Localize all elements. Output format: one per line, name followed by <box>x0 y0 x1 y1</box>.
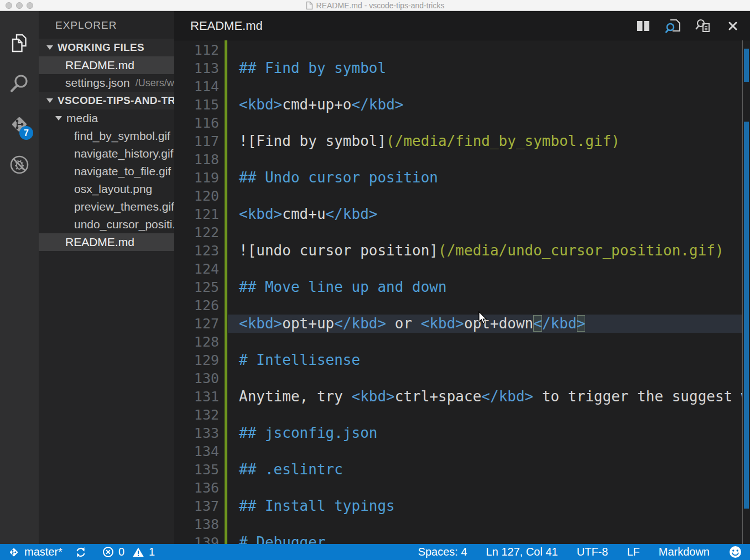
traffic-lights[interactable] <box>6 2 33 9</box>
line-number[interactable]: 124 <box>174 260 219 278</box>
close-window-icon[interactable] <box>6 2 12 9</box>
tree-file-item[interactable]: osx_layout.png <box>39 180 174 198</box>
code-token: <kbd> <box>421 315 464 332</box>
split-editor-button[interactable] <box>634 18 653 34</box>
tree-file-item[interactable]: navigate_to_file.gif <box>39 163 174 180</box>
code-line[interactable]: 123![undo cursor position](/media/undo_c… <box>174 242 742 260</box>
warning-count[interactable]: 1 <box>132 546 155 558</box>
line-number[interactable]: 115 <box>174 96 219 114</box>
code-text: <kbd>opt+up</kbd> or <kbd>opt+down</kbd> <box>239 315 585 333</box>
code-line[interactable]: 125## Move line up and down <box>174 278 742 296</box>
line-number[interactable]: 133 <box>174 424 219 442</box>
code-line[interactable]: 136 <box>174 479 742 497</box>
line-number[interactable]: 125 <box>174 278 219 296</box>
feedback-smiley-button[interactable] <box>728 545 742 559</box>
line-number[interactable]: 135 <box>174 460 219 479</box>
line-number[interactable]: 136 <box>174 479 219 497</box>
error-count[interactable]: 0 <box>102 546 124 558</box>
language-mode-status[interactable]: Markdown <box>659 546 710 558</box>
activitybar-debug[interactable] <box>0 144 39 185</box>
line-number[interactable]: 132 <box>174 406 219 424</box>
line-number[interactable]: 123 <box>174 242 219 260</box>
indentation-status[interactable]: Spaces: 4 <box>418 546 467 558</box>
activitybar-explorer[interactable] <box>0 23 39 64</box>
code-text: ## .eslintrc <box>239 460 343 479</box>
code-line[interactable]: 133## jsconfig.json <box>174 424 742 442</box>
git-branch-status[interactable]: master* <box>8 546 62 558</box>
code-line[interactable]: 115<kbd>cmd+up+o</kbd> <box>174 96 742 114</box>
line-number[interactable]: 120 <box>174 187 219 205</box>
code-line[interactable]: 120 <box>174 187 742 205</box>
line-number[interactable]: 129 <box>174 351 219 369</box>
line-number[interactable]: 118 <box>174 150 219 169</box>
line-number[interactable]: 128 <box>174 333 219 351</box>
activitybar-git[interactable]: 7 <box>0 104 39 144</box>
code-line[interactable]: 113## Find by symbol <box>174 59 742 77</box>
activitybar-search[interactable] <box>0 64 39 104</box>
line-number[interactable]: 122 <box>174 223 219 242</box>
editor-body[interactable]: 112113## Find by symbol114115<kbd>cmd+up… <box>174 40 750 544</box>
tree-folder-item[interactable]: media <box>39 109 174 127</box>
eol-status[interactable]: LF <box>627 546 639 558</box>
line-number[interactable]: 139 <box>174 533 219 544</box>
tab-title[interactable]: README.md <box>190 11 263 40</box>
code-line[interactable]: 135## .eslintrc <box>174 460 742 479</box>
zoom-window-icon[interactable] <box>27 2 33 9</box>
code-line[interactable]: 129# Intellisense <box>174 351 742 369</box>
code-line[interactable]: 128 <box>174 333 742 351</box>
line-number[interactable]: 113 <box>174 59 219 77</box>
line-number[interactable]: 117 <box>174 132 219 150</box>
line-number[interactable]: 126 <box>174 296 219 315</box>
sync-button[interactable] <box>75 546 87 558</box>
code-line[interactable]: 119## Undo cursor position <box>174 169 742 187</box>
code-line[interactable]: 117![Find by symbol](/media/find_by_symb… <box>174 132 742 150</box>
code-line[interactable]: 131Anytime, try <kbd>ctrl+space</kbd> to… <box>174 388 742 406</box>
line-number[interactable]: 134 <box>174 442 219 460</box>
minimize-window-icon[interactable] <box>16 2 23 9</box>
open-preview-button[interactable] <box>664 18 683 34</box>
code-line[interactable]: 112 <box>174 41 742 59</box>
smiley-icon <box>728 545 742 559</box>
code-token: <kbd> <box>239 315 282 332</box>
tree-file-item[interactable]: navigate_history.gif <box>39 145 174 163</box>
encoding-status[interactable]: UTF-8 <box>577 546 608 558</box>
code-line[interactable]: 127<kbd>opt+up</kbd> or <kbd>opt+down</k… <box>174 315 742 333</box>
line-number[interactable]: 138 <box>174 515 219 533</box>
code-token: ctrl+space <box>395 388 482 405</box>
code-line[interactable]: 116 <box>174 114 742 132</box>
code-line[interactable]: 139# Debugger <box>174 533 742 544</box>
tree-file-item[interactable]: find_by_symbol.gif <box>39 127 174 145</box>
working-file-item[interactable]: README.md <box>39 56 174 74</box>
cursor-position-status[interactable]: Ln 127, Col 41 <box>486 546 558 558</box>
code-line[interactable]: 132 <box>174 406 742 424</box>
line-number[interactable]: 131 <box>174 388 219 406</box>
close-editor-button[interactable] <box>723 18 742 34</box>
tree-file-item[interactable]: preview_themes.gif <box>39 198 174 216</box>
code-line[interactable]: 114 <box>174 77 742 96</box>
open-preview-side-button[interactable] <box>694 18 712 34</box>
tree-file-item[interactable]: undo_cursor_positi... <box>39 216 174 233</box>
line-number[interactable]: 127 <box>174 315 219 333</box>
code-line[interactable]: 122 <box>174 223 742 242</box>
working-files-header[interactable]: WORKING FILES <box>39 39 174 56</box>
code-line[interactable]: 130 <box>174 369 742 388</box>
code-text: ## jsconfig.json <box>239 424 377 442</box>
code-line[interactable]: 137## Install typings <box>174 497 742 515</box>
line-number[interactable]: 137 <box>174 497 219 515</box>
line-number[interactable]: 119 <box>174 169 219 187</box>
line-number[interactable]: 121 <box>174 205 219 223</box>
scrollbar-overview-ruler[interactable] <box>742 40 750 544</box>
code-line[interactable]: 118 <box>174 150 742 169</box>
code-line[interactable]: 138 <box>174 515 742 533</box>
code-line[interactable]: 134 <box>174 442 742 460</box>
tree-file-item[interactable]: README.md <box>39 233 174 251</box>
working-file-item[interactable]: settings.json/Users/w... <box>39 74 174 92</box>
code-line[interactable]: 124 <box>174 260 742 278</box>
line-number[interactable]: 112 <box>174 41 219 59</box>
code-line[interactable]: 126 <box>174 296 742 315</box>
line-number[interactable]: 114 <box>174 77 219 96</box>
project-folder-header[interactable]: VSCODE-TIPS-AND-TRI... <box>39 92 174 109</box>
code-line[interactable]: 121<kbd>cmd+u</kbd> <box>174 205 742 223</box>
line-number[interactable]: 116 <box>174 114 219 132</box>
line-number[interactable]: 130 <box>174 369 219 388</box>
